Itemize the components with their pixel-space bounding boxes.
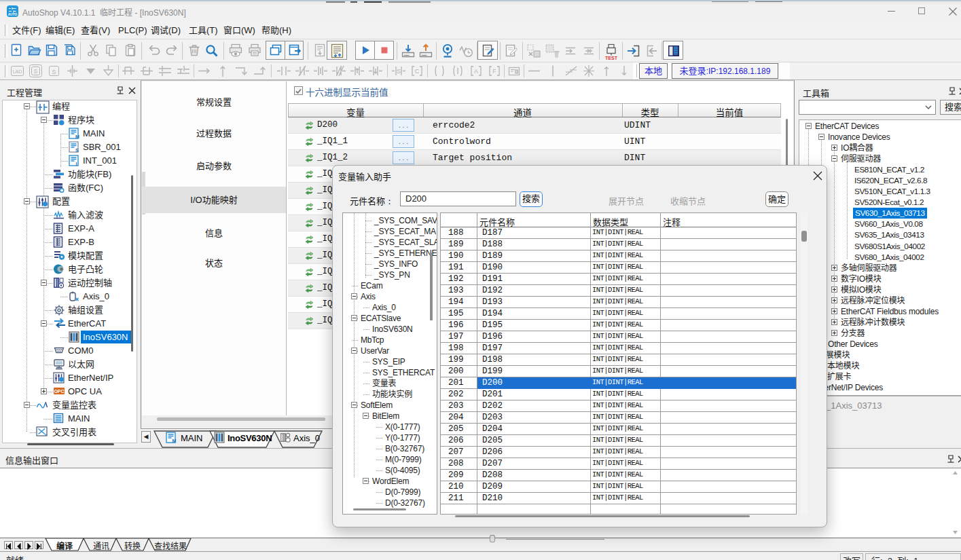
- svg-text:A: A: [474, 68, 478, 75]
- svg-text:M: M: [173, 438, 177, 443]
- svg-text:TEST: TEST: [605, 56, 618, 60]
- svg-text:I: I: [76, 162, 77, 166]
- svg-text:M: M: [75, 134, 79, 139]
- svg-text:S: S: [397, 68, 401, 75]
- svg-text:LAD: LAD: [13, 69, 22, 74]
- svg-text:F: F: [492, 68, 496, 75]
- svg-text:S: S: [75, 148, 79, 153]
- svg-text:C: C: [415, 68, 420, 75]
- svg-text:OPC: OPC: [54, 389, 64, 394]
- svg-text:AUTO: AUTO: [8, 13, 18, 16]
- svg-text:S: S: [52, 69, 56, 75]
- svg-text:S: S: [33, 68, 37, 75]
